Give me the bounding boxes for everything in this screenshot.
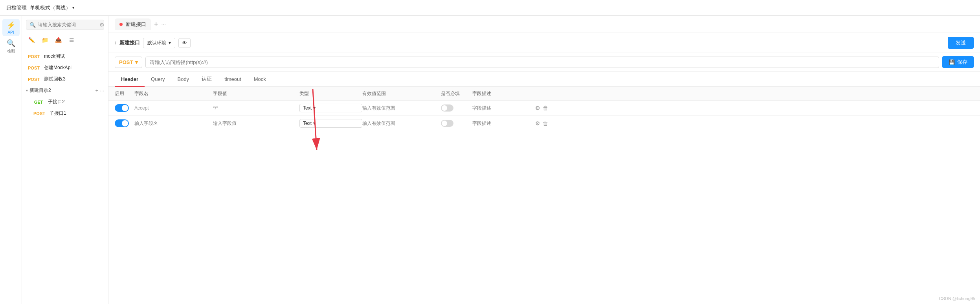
- test-icon: 🔍: [7, 39, 15, 48]
- col-enabled: 启用: [115, 90, 134, 97]
- method-selector[interactable]: POST ▾: [115, 57, 142, 68]
- group-arrow-icon: ▾: [26, 88, 28, 93]
- table-row: Text ▾ ⚙: [108, 116, 980, 131]
- group-name: 新建目录2: [29, 87, 94, 94]
- tab-add-button[interactable]: +: [154, 21, 158, 28]
- tab-query[interactable]: Query: [145, 72, 171, 87]
- tab-new-interface[interactable]: 新建接口: [115, 18, 151, 30]
- pen-tool-btn[interactable]: ✏️: [26, 35, 37, 46]
- tab-more-button[interactable]: ···: [161, 21, 166, 27]
- delete-icon[interactable]: 🗑: [543, 120, 548, 126]
- search-input[interactable]: [38, 22, 97, 27]
- archive-label[interactable]: 归档管理: [6, 4, 27, 11]
- params-table: 启用 字段名 字段值 类型 有效值范围 是否必填 字段描述: [108, 87, 980, 304]
- mode-selector[interactable]: 单机模式（离线） ▾: [30, 4, 74, 11]
- tab-body[interactable]: Body: [171, 72, 195, 87]
- cell-type: Text ▾: [299, 104, 362, 112]
- valid-range-input[interactable]: [362, 121, 441, 126]
- enabled-toggle[interactable]: [115, 119, 129, 127]
- api-label: API: [7, 30, 14, 35]
- mode-chevron-icon: ▾: [72, 5, 74, 10]
- copy-icon[interactable]: ⚙: [535, 120, 540, 126]
- field-name-input[interactable]: [134, 121, 213, 126]
- url-input[interactable]: [145, 57, 939, 68]
- col-required: 是否必填: [441, 90, 472, 97]
- tab-timeout[interactable]: timeout: [218, 72, 248, 87]
- nav-group[interactable]: ▾ 新建目录2 + ···: [22, 85, 108, 96]
- type-label: Text: [303, 121, 312, 126]
- required-toggle[interactable]: [441, 120, 453, 127]
- valid-range-input[interactable]: [362, 105, 441, 111]
- delete-icon[interactable]: 🗑: [543, 105, 548, 111]
- table-row: Text ▾ ⚙: [108, 101, 980, 116]
- test-label: 检测: [7, 48, 15, 54]
- table-header: 启用 字段名 字段值 类型 有效值范围 是否必填 字段描述: [108, 87, 980, 101]
- search-wrap[interactable]: 🔍 ⚙: [26, 20, 104, 30]
- upload-tool-btn[interactable]: 📤: [53, 35, 64, 46]
- send-button[interactable]: 发送: [948, 37, 974, 49]
- top-bar: 归档管理 单机模式（离线） ▾: [0, 0, 980, 16]
- eye-button[interactable]: 👁: [178, 38, 191, 48]
- type-chevron-icon: ▾: [313, 121, 316, 126]
- tab-mock[interactable]: Mock: [248, 72, 272, 87]
- cell-field-value: [213, 105, 299, 111]
- list-item[interactable]: POST 子接口1 ···: [22, 108, 108, 119]
- item-name: 子接口2: [48, 99, 97, 105]
- tab-header[interactable]: Header: [115, 72, 145, 87]
- type-selector[interactable]: Text ▾: [299, 119, 362, 128]
- cell-valid-range: [362, 105, 441, 111]
- cell-description: [472, 105, 535, 111]
- method-badge-post: POST: [26, 54, 42, 59]
- group-more-icon[interactable]: ···: [100, 88, 104, 93]
- watermark: CSDN @lichong95: [939, 296, 976, 301]
- cell-description: [472, 121, 535, 126]
- required-toggle[interactable]: [441, 104, 453, 112]
- breadcrumb-sep: /: [115, 40, 116, 46]
- settings-icon[interactable]: ⚙: [99, 22, 105, 28]
- list-item[interactable]: POST mock测试 ···: [22, 51, 108, 62]
- save-button[interactable]: 💾 保存: [942, 56, 974, 68]
- cell-enabled: [115, 104, 134, 112]
- type-chevron-icon: ▾: [313, 105, 316, 111]
- description-input[interactable]: [472, 121, 535, 126]
- method-badge-post: POST: [26, 77, 42, 82]
- folder-tool-btn[interactable]: 📁: [39, 35, 50, 46]
- cell-required: [441, 104, 472, 112]
- list-tool-btn[interactable]: ☰: [66, 35, 77, 46]
- type-selector[interactable]: Text ▾: [299, 104, 362, 112]
- nav-toolbar: ✏️ 📁 📤 ☰: [22, 33, 108, 49]
- cell-enabled: [115, 119, 134, 127]
- breadcrumb-current: 新建接口: [119, 39, 140, 46]
- sidebar-item-api[interactable]: ⚡ API: [2, 19, 20, 36]
- list-item[interactable]: GET 子接口2 ···: [22, 96, 108, 108]
- nav-panel: 🔍 ⚙ ✏️ 📁 📤 ☰ POST mock测试 ···: [22, 16, 108, 304]
- enabled-toggle[interactable]: [115, 104, 129, 112]
- description-input[interactable]: [472, 105, 535, 111]
- method-badge-get: GET: [31, 99, 46, 105]
- field-name-input[interactable]: [134, 105, 213, 111]
- field-value-input[interactable]: [213, 105, 299, 111]
- env-label: 默认环境: [147, 40, 166, 46]
- cell-actions: ⚙ 🗑: [535, 105, 559, 111]
- cell-type: Text ▾: [299, 119, 362, 128]
- method-badge-post: POST: [26, 65, 42, 71]
- request-bar: / 新建接口 默认环境 ▾ 👁 发送: [108, 33, 980, 53]
- method-badge-post: POST: [31, 111, 47, 116]
- col-field-name: 字段名: [134, 90, 213, 97]
- list-item[interactable]: POST 创建MockApi ···: [22, 62, 108, 73]
- group-add-icon[interactable]: +: [95, 88, 99, 93]
- col-valid-range: 有效值范围: [362, 90, 441, 97]
- nav-list: POST mock测试 ··· POST 创建MockApi ··· POST …: [22, 51, 108, 304]
- item-name: mock测试: [44, 53, 97, 60]
- cell-field-name: [134, 121, 213, 126]
- cell-actions: ⚙ 🗑: [535, 120, 559, 126]
- params-tabs: Header Query Body 认证 timeout Mock: [108, 71, 980, 87]
- method-chevron-icon: ▾: [135, 59, 138, 65]
- list-item[interactable]: POST 测试回收3 ···: [22, 73, 108, 85]
- copy-icon[interactable]: ⚙: [535, 105, 540, 111]
- field-value-input[interactable]: [213, 121, 299, 126]
- sidebar-item-test[interactable]: 🔍 检测: [2, 38, 20, 55]
- tab-auth[interactable]: 认证: [195, 71, 218, 87]
- env-chevron-icon: ▾: [169, 40, 171, 46]
- env-selector[interactable]: 默认环境 ▾: [143, 38, 175, 48]
